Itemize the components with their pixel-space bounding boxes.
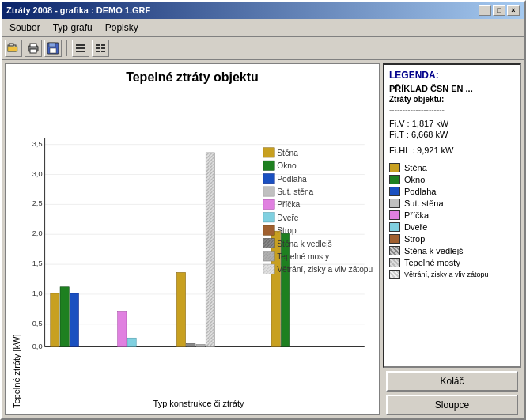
- legend-label-tepelne-mosty-side: Tepelné mosty: [404, 258, 460, 267]
- legend-label-strop: Strop: [277, 226, 297, 235]
- menu-bar: Soubor Typ grafu Popisky: [2, 19, 524, 37]
- svg-rect-17: [101, 51, 105, 52]
- title-bar: Ztráty 2008 - grafika : DEMO 1.GRF _ □ ×: [2, 2, 524, 19]
- window-title: Ztráty 2008 - grafika : DEMO 1.GRF: [6, 6, 150, 15]
- y-axis-label: Tepelné ztráty [kW]: [12, 89, 21, 408]
- minimize-button[interactable]: _: [479, 5, 491, 16]
- legend-label-okno: Okno: [277, 161, 297, 170]
- legend-stat-fihl: Fi.HL : 9,921 kW: [389, 146, 515, 155]
- legend-color-pricka: [389, 210, 400, 220]
- svg-rect-2: [8, 47, 17, 51]
- save-button[interactable]: [44, 40, 62, 57]
- svg-rect-14: [96, 47, 100, 49]
- svg-text:1,0: 1,0: [32, 289, 43, 297]
- close-button[interactable]: ×: [507, 5, 520, 16]
- legend-item-okno: Okno: [389, 175, 515, 184]
- legend-label-tepelne-mosty: Tepelné mosty: [277, 252, 330, 261]
- legend-swatch-dvere: [263, 213, 274, 222]
- legend-color-strop: [389, 234, 400, 244]
- legend-label-strop-side: Strop: [404, 234, 425, 244]
- legend-dashes: ---------------------: [389, 105, 515, 114]
- chart-title: Tepelné ztráty objektu: [126, 70, 259, 85]
- bar-stena-2: [176, 272, 185, 346]
- legend-color-sut-stena: [389, 199, 400, 208]
- legend-color-stena: [389, 163, 400, 172]
- legend-label-stena: Stěna: [277, 149, 298, 157]
- bar-podlaha-1: [70, 293, 78, 347]
- menu-soubor[interactable]: Soubor: [5, 21, 45, 35]
- legend-label-dvere: Dveře: [277, 214, 299, 222]
- open-button[interactable]: [5, 40, 22, 57]
- legend-example: PŘÍKLAD ČSN EN ...: [389, 84, 515, 93]
- main-window: Ztráty 2008 - grafika : DEMO 1.GRF _ □ ×…: [0, 0, 526, 420]
- title-bar-buttons: _ □ ×: [479, 5, 520, 16]
- legend-label-sut-stena-side: Sut. stěna: [404, 199, 444, 208]
- legend-swatch-strop: [263, 225, 274, 235]
- svg-rect-11: [76, 51, 85, 52]
- legend-item-podlaha: Podlaha: [389, 187, 515, 196]
- x-axis-label: Typ konstrukce či ztráty: [25, 399, 373, 408]
- legend-swatch-vetrani-hatch: [263, 264, 274, 274]
- legend-color-vetrani: [389, 270, 400, 279]
- legend-label-stena-vedlejsi: Stěna k vedlejš: [277, 240, 331, 248]
- svg-rect-5: [30, 49, 36, 53]
- legend-label-pricka-side: Příčka: [404, 210, 429, 220]
- svg-rect-16: [96, 51, 100, 52]
- legend-title: LEGENDA:: [389, 70, 515, 81]
- menu-typ-grafu[interactable]: Typ grafu: [48, 21, 97, 35]
- legend-item-dvere: Dveře: [389, 222, 515, 232]
- bar-okno-1: [60, 287, 69, 347]
- svg-rect-8: [50, 48, 56, 53]
- maximize-button[interactable]: □: [493, 5, 505, 16]
- legend-stat-fit: Fi.T : 6,668 kW: [389, 130, 515, 139]
- chart-svg: 3,5 3,0 2,5 2,0 1,5 1,0 0,: [25, 89, 373, 397]
- svg-text:3,0: 3,0: [32, 170, 43, 178]
- svg-text:2,5: 2,5: [32, 199, 43, 207]
- chart-area: Tepelné ztráty objektu Tepelné ztráty [k…: [5, 63, 380, 415]
- svg-rect-9: [76, 44, 85, 46]
- legend-swatch-tepelne-mosty-hatch: [263, 252, 274, 261]
- menu-popisky[interactable]: Popisky: [100, 21, 143, 35]
- legend-swatch-sut-stena: [263, 187, 274, 196]
- legend-label-stena-side: Stěna: [404, 163, 427, 172]
- svg-text:3,5: 3,5: [32, 140, 43, 148]
- list-view-button[interactable]: [72, 40, 89, 57]
- svg-rect-10: [76, 47, 85, 49]
- legend-swatch-okno: [263, 161, 274, 170]
- legend-item-stena-vedlejsi: Stěna k vedlejš: [389, 246, 515, 255]
- grid-view-button[interactable]: [92, 40, 109, 57]
- legend-item-strop: Strop: [389, 234, 515, 244]
- legend-color-tepelne-mosty: [389, 258, 400, 267]
- legend-label-podlaha-side: Podlaha: [404, 187, 436, 196]
- chart-body: Tepelné ztráty [kW] 3,5 3,0 2,5 2,0: [12, 89, 373, 408]
- legend-item-sut-stena: Sut. stěna: [389, 199, 515, 208]
- legend-swatch-pricka: [263, 199, 274, 209]
- legend-stat-fiv: Fi.V : 1,817 kW: [389, 119, 515, 128]
- legend-item-stena: Stěna: [389, 163, 515, 172]
- svg-rect-1: [9, 44, 13, 46]
- legend-label-sut-stena: Sut. stěna: [277, 187, 313, 196]
- legend-label-pricka: Příčka: [277, 200, 300, 209]
- legend-item-pricka: Příčka: [389, 210, 515, 220]
- legend-label-dvere-side: Dveře: [404, 222, 427, 232]
- svg-rect-4: [30, 44, 36, 47]
- svg-text:0,0: 0,0: [32, 342, 43, 350]
- legend-swatch-stena-vedlejsi-hatch: [263, 238, 274, 248]
- legend-label-vetrani: Větrání, zisky a vliv zátopu: [277, 265, 373, 274]
- print-button[interactable]: [25, 40, 42, 57]
- bar-pricka-1: [118, 311, 127, 346]
- bar-tepelne-mosty: [196, 344, 205, 346]
- legend-color-okno: [389, 175, 400, 184]
- legend-subtitle: Ztráty objektu:: [389, 95, 515, 104]
- toolbar: [2, 37, 524, 60]
- bar-stena-3: [271, 231, 280, 346]
- sloupce-button[interactable]: Sloupce: [386, 395, 518, 415]
- bar-dvere-1: [127, 338, 136, 346]
- kolac-button[interactable]: Koláč: [386, 371, 518, 392]
- bar-stena-vedlejsi: [187, 343, 195, 346]
- legend-item-vetrani: Větrání, zisky a vliv zátopu: [389, 270, 515, 279]
- svg-rect-12: [96, 44, 100, 46]
- legend-box: LEGENDA: PŘÍKLAD ČSN EN ... Ztráty objek…: [383, 63, 521, 368]
- legend-color-stena-vedlejsi: [389, 246, 400, 255]
- svg-rect-15: [101, 47, 105, 49]
